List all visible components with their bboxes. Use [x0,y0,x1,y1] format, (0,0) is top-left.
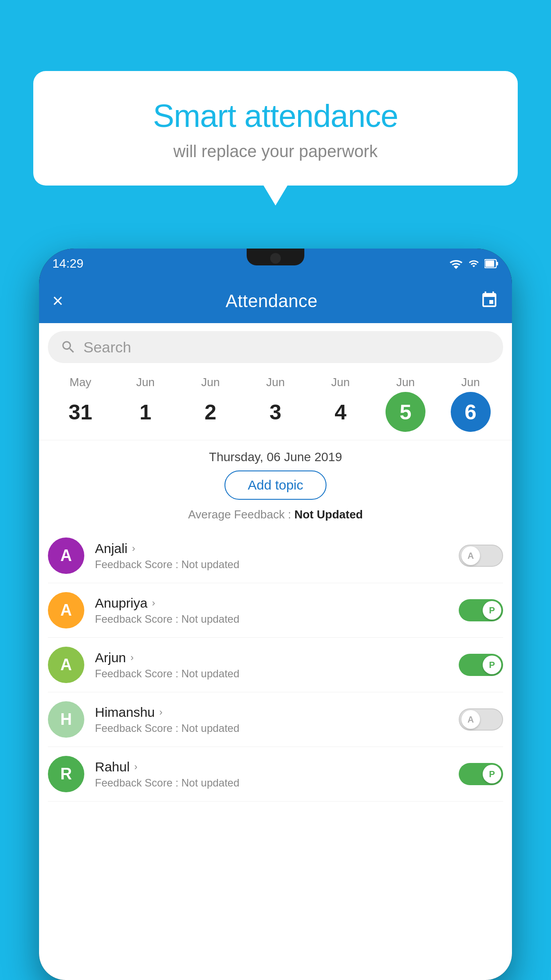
student-item[interactable]: HHimanshu ›Feedback Score : Not updatedA [48,692,503,747]
toggle-switch[interactable]: P [459,654,503,676]
toggle-knob: P [483,656,501,674]
close-button[interactable]: × [52,290,63,312]
toggle-knob: A [461,710,480,729]
toggle-knob: A [461,546,480,565]
calendar-day[interactable]: May31 [56,375,105,432]
bubble-title: Smart attendance [55,98,496,134]
app-bar: × Attendance [39,279,512,323]
student-list: AAnjali ›Feedback Score : Not updatedAAA… [39,529,512,802]
student-feedback: Feedback Score : Not updated [95,613,459,625]
status-icons [449,258,499,269]
search-placeholder: Search [83,339,131,356]
search-icon [60,339,76,355]
student-item[interactable]: AArjun ›Feedback Score : Not updatedP [48,638,503,692]
attendance-toggle[interactable]: A [459,708,503,731]
screen-content: Search May31Jun1Jun2Jun3Jun4Jun5Jun6 Thu… [39,323,512,980]
avg-feedback-label: Average Feedback : [188,508,291,521]
toggle-switch[interactable]: P [459,599,503,621]
calendar-day[interactable]: Jun1 [121,375,170,432]
student-avatar: A [48,592,84,628]
svg-rect-1 [496,262,498,265]
toggle-knob: P [483,601,501,620]
student-info: Arjun ›Feedback Score : Not updated [84,650,459,680]
cal-date-number: 3 [256,392,295,432]
student-item[interactable]: AAnjali ›Feedback Score : Not updatedA [48,529,503,583]
chevron-right-icon: › [130,652,134,664]
avg-feedback-value: Not Updated [294,508,363,521]
student-info: Rahul ›Feedback Score : Not updated [84,759,459,789]
selected-date-header: Thursday, 06 June 2019 [39,440,512,470]
student-name: Arjun › [95,650,459,665]
add-topic-button[interactable]: Add topic [224,470,326,500]
phone-camera [270,253,281,264]
cal-date-number: 6 [451,392,491,432]
cal-month-label: Jun [201,375,220,389]
student-avatar: R [48,756,84,792]
student-feedback: Feedback Score : Not updated [95,777,459,789]
calendar-day[interactable]: Jun4 [316,375,365,432]
student-avatar: A [48,647,84,683]
student-name: Himanshu › [95,705,459,720]
app-bar-title: Attendance [226,291,318,311]
student-name: Anjali › [95,541,459,556]
attendance-toggle[interactable]: P [459,599,503,621]
toggle-switch[interactable]: A [459,545,503,567]
signal-icon [468,258,480,269]
calendar-day[interactable]: Jun6 [446,375,495,432]
student-info: Himanshu ›Feedback Score : Not updated [84,705,459,735]
calendar-day[interactable]: Jun5 [381,375,430,432]
cal-month-label: Jun [461,375,480,389]
calendar-button[interactable] [480,291,499,311]
attendance-toggle[interactable]: P [459,763,503,785]
cal-month-label: Jun [136,375,155,389]
attendance-toggle[interactable]: P [459,654,503,676]
search-bar[interactable]: Search [48,331,503,363]
calendar-day[interactable]: Jun2 [186,375,235,432]
attendance-toggle[interactable]: A [459,545,503,567]
toggle-switch[interactable]: A [459,708,503,731]
cal-month-label: May [70,375,91,389]
cal-month-label: Jun [331,375,350,389]
student-feedback: Feedback Score : Not updated [95,668,459,680]
status-time: 14:29 [52,257,83,271]
student-name: Anupriya › [95,596,459,611]
student-avatar: H [48,701,84,738]
chevron-right-icon: › [134,761,137,773]
toggle-knob: P [483,765,501,783]
calendar-day[interactable]: Jun3 [251,375,300,432]
student-info: Anupriya ›Feedback Score : Not updated [84,596,459,625]
chevron-right-icon: › [159,707,162,718]
cal-date-number: 5 [386,392,425,432]
battery-icon [484,258,499,269]
cal-month-label: Jun [266,375,285,389]
student-item[interactable]: AAnupriya ›Feedback Score : Not updatedP [48,583,503,638]
calendar-strip: May31Jun1Jun2Jun3Jun4Jun5Jun6 [39,371,512,440]
cal-date-number: 1 [126,392,165,432]
speech-bubble: Smart attendance will replace your paper… [33,71,518,186]
cal-date-number: 31 [60,392,100,432]
chevron-right-icon: › [152,597,155,609]
student-feedback: Feedback Score : Not updated [95,558,459,571]
student-feedback: Feedback Score : Not updated [95,722,459,735]
chevron-right-icon: › [132,543,135,554]
cal-date-number: 2 [190,392,230,432]
bubble-subtitle: will replace your paperwork [55,142,496,161]
student-info: Anjali ›Feedback Score : Not updated [84,541,459,571]
student-name: Rahul › [95,759,459,775]
toggle-switch[interactable]: P [459,763,503,785]
wifi-icon [449,258,463,269]
student-avatar: A [48,537,84,574]
svg-rect-2 [485,261,494,267]
student-item[interactable]: RRahul ›Feedback Score : Not updatedP [48,747,503,802]
cal-date-number: 4 [321,392,361,432]
avg-feedback: Average Feedback : Not Updated [39,508,512,529]
cal-month-label: Jun [396,375,415,389]
phone-frame: 14:29 × Attendance [39,249,512,980]
phone-notch [247,249,304,265]
